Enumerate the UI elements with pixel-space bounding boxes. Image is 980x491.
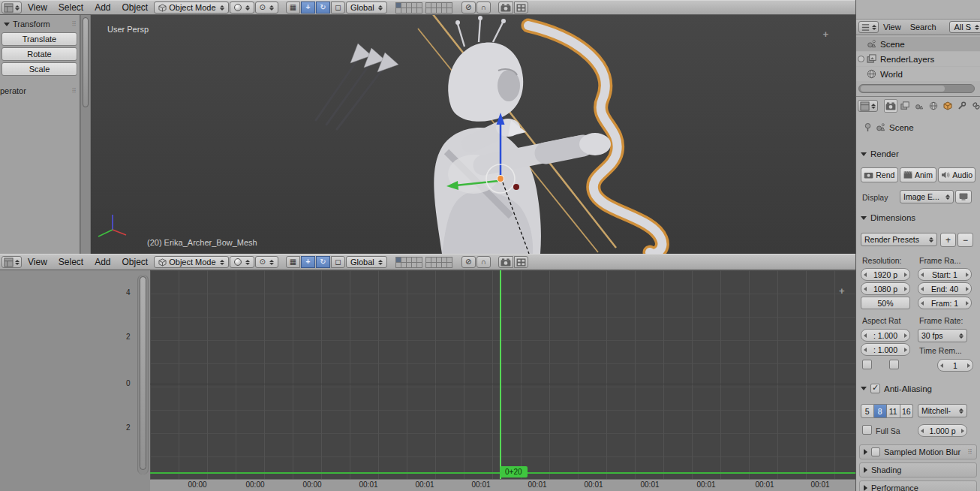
display-dropdown[interactable]: Image E... [900,190,954,203]
layer-grid-1[interactable] [396,2,422,13]
outliner-item-renderlayers[interactable]: RenderLayers [856,52,980,66]
tab-modifiers[interactable] [955,99,969,113]
mode-dropdown[interactable]: Object Mode [154,256,228,268]
lock-to-scene-button[interactable]: ⊘ [461,256,476,268]
expand-icon[interactable] [858,56,864,62]
crop-checkbox[interactable] [889,360,899,369]
layer-grid-2[interactable] [426,257,452,267]
operator-panel-header[interactable]: perator ⠿ [0,82,80,98]
panel-grip-icon[interactable]: ⠿ [967,448,972,456]
menu-select[interactable]: Select [53,2,89,13]
outliner-menu-search[interactable]: Search [906,23,941,32]
aa-samples-16-button[interactable]: 16 [900,404,914,418]
anti-aliasing-checkbox[interactable] [870,384,880,393]
manipulator-toggle-button[interactable]: ▦ [286,256,300,268]
viewport-shading-dropdown[interactable] [230,2,254,14]
graph-vertical-scrollbar[interactable] [137,275,149,474]
translate-manipulator-button[interactable]: + [301,256,315,268]
tab-constraints[interactable] [969,99,980,113]
menu-view[interactable]: View [23,2,53,13]
aspect-x-stepper[interactable]: : 1.000 [861,329,910,342]
render-presets-dropdown[interactable]: Render Presets [861,233,937,246]
transform-panel-header[interactable]: Transform ⠿ [0,15,80,32]
render-button[interactable]: Rend [861,167,898,182]
outliner-filter-dropdown[interactable]: All S [949,21,980,33]
menu-object[interactable]: Object [117,2,154,13]
rotate-button[interactable]: Rotate [2,47,77,61]
resolution-percentage-button[interactable]: 50% [861,297,910,309]
full-sample-checkbox[interactable] [862,425,872,435]
add-preset-button[interactable]: + [940,233,956,247]
border-checkbox[interactable] [862,360,872,369]
pivot-dropdown[interactable]: ⊙ [255,2,278,14]
layer-grid-1[interactable] [396,257,422,267]
opengl-render-button[interactable] [498,256,513,268]
fps-dropdown[interactable]: 30 fps [918,329,967,342]
opengl-render-anim-button[interactable] [514,2,528,14]
aspect-y-stepper[interactable]: : 1.000 [861,343,910,356]
rotate-manipulator-button[interactable]: ↻ [316,2,330,14]
remove-preset-button[interactable]: − [957,233,973,247]
performance-section-header[interactable]: Performance [859,480,977,491]
lock-to-scene-button[interactable]: ⊘ [461,2,476,14]
graph-grid[interactable]: 0+20 + [150,270,855,479]
outliner-item-world[interactable]: World [856,67,980,81]
outliner-editor-selector[interactable] [858,21,879,33]
scale-manipulator-button[interactable]: ◻ [331,2,345,14]
viewport-shading-dropdown[interactable] [230,256,254,268]
translate-manipulator-button[interactable]: + [301,2,315,14]
frame-start-stepper[interactable]: Start: 1 [918,268,972,281]
anti-aliasing-section-header[interactable]: Anti-Aliasing [861,384,932,393]
editor-type-selector[interactable] [2,256,22,268]
scale-button[interactable]: Scale [2,62,77,76]
viewport-canvas[interactable]: User Persp (20) Erika_Archer_Bow_Mesh + [91,15,855,254]
properties-editor-selector[interactable] [858,100,878,112]
aa-filter-dropdown[interactable]: Mitchell- [918,404,967,417]
aa-samples-8-button[interactable]: 8 [874,404,888,418]
aa-samples-11-button[interactable]: 11 [887,404,900,418]
menu-add[interactable]: Add [89,2,116,13]
motion-blur-checkbox[interactable] [871,447,880,456]
shading-section-header[interactable]: Shading [859,462,977,477]
tab-render[interactable] [884,99,897,113]
snap-button[interactable]: ∩ [476,2,491,14]
rotate-manipulator-button[interactable]: ↻ [316,256,330,268]
translate-button[interactable]: Translate [2,32,77,46]
resolution-x-stepper[interactable]: 1920 p [861,268,910,281]
frame-step-stepper[interactable]: Fram: 1 [918,297,972,309]
layer-grid-2[interactable] [426,2,452,13]
time-remap-stepper[interactable]: 1 [937,359,973,372]
orientation-dropdown[interactable]: Global [346,2,387,14]
menu-view[interactable]: View [23,257,53,267]
resolution-y-stepper[interactable]: 1080 p [861,282,910,295]
outliner-item-scene[interactable]: Scene [856,37,980,51]
pin-icon[interactable] [864,122,872,132]
tab-scene[interactable] [912,99,926,113]
playhead[interactable] [500,270,501,479]
pivot-dropdown[interactable]: ⊙ [255,256,278,268]
aa-samples-5-button[interactable]: 5 [861,404,874,418]
orientation-dropdown[interactable]: Global [346,256,387,268]
motion-blur-section-header[interactable]: Sampled Motion Blur ⠿ [859,444,977,459]
menu-add[interactable]: Add [89,257,116,267]
panel-grip-icon[interactable]: ⠿ [71,20,77,28]
tab-render-layers[interactable] [898,99,912,113]
frame-end-stepper[interactable]: End: 40 [918,282,972,295]
outliner-menu-view[interactable]: View [879,23,906,32]
scale-manipulator-button[interactable]: ◻ [331,256,345,268]
manipulator-toggle-button[interactable]: ▦ [286,2,300,14]
render-section-header[interactable]: Render [861,149,899,158]
editor-type-selector[interactable] [2,2,22,14]
opengl-render-button[interactable] [498,2,513,14]
expand-region-icon[interactable]: + [839,285,845,297]
opengl-render-anim-button[interactable] [514,256,528,268]
tab-object[interactable] [941,99,954,113]
filter-size-stepper[interactable]: 1.000 p [918,424,967,437]
expand-region-icon[interactable]: + [822,29,828,40]
snap-button[interactable]: ∩ [476,256,491,268]
audio-button[interactable]: Audio [938,167,975,182]
display-screen-button[interactable] [955,190,972,203]
tool-shelf-scrollbar[interactable] [80,15,91,254]
dimensions-section-header[interactable]: Dimensions [861,213,915,222]
menu-select[interactable]: Select [53,257,89,267]
